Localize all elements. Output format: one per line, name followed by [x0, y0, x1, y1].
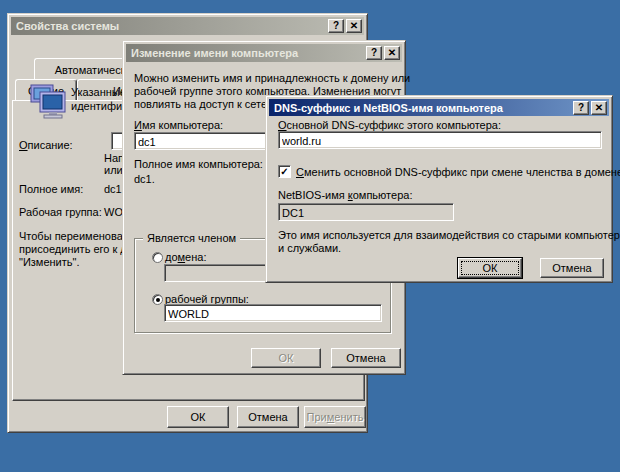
rename-hint-line3: "Изменить". [19, 256, 79, 269]
dns-suffix-window: DNS-суффикс и NetBIOS-имя компьютера ? ✕… [265, 95, 613, 283]
window-title: Свойства системы [16, 20, 326, 32]
apply-button-label: Применить [307, 411, 364, 423]
computer-name-label: Имя компьютера: [134, 119, 223, 132]
window-title: Изменение имени компьютера [131, 47, 364, 59]
ok-button[interactable]: ОК [167, 406, 229, 428]
full-computer-name-value: dc1. [134, 173, 155, 186]
netbios-name-label: NetBIOS-имя компьютера: [278, 189, 412, 202]
description-label: Описание: [19, 139, 73, 152]
rename-hint-line2: присоединить его к до [19, 243, 133, 256]
cancel-button-label: Отмена [346, 352, 385, 364]
dns-suffix-titlebar[interactable]: DNS-суффикс и NetBIOS-имя компьютера ? ✕ [269, 99, 609, 116]
ok-button-label: ОК [191, 411, 206, 423]
full-computer-name-label: Полное имя компьютера: [134, 158, 263, 171]
description-hint-line2: или [104, 164, 123, 177]
cancel-button-label: Отмена [552, 262, 591, 274]
cancel-button[interactable]: Отмена [540, 258, 604, 278]
rename-computer-titlebar[interactable]: Изменение имени компьютера ? ✕ [126, 44, 402, 62]
ok-button[interactable]: ОК [458, 258, 522, 278]
dialog-description-line1: Можно изменить имя и принадлежность к до… [134, 72, 410, 85]
help-icon[interactable]: ? [328, 19, 344, 33]
window-title: DNS-суффикс и NetBIOS-имя компьютера [274, 102, 571, 114]
apply-button[interactable]: Применить [304, 406, 366, 428]
help-icon[interactable]: ? [366, 46, 382, 60]
desktop: Свойства системы ? ✕ Автоматическое об О… [0, 0, 620, 472]
netbios-name-input[interactable] [278, 203, 454, 221]
rename-hint-line1: Чтобы переименовать [19, 230, 133, 243]
close-icon[interactable]: ✕ [384, 46, 400, 60]
change-dns-suffix-checkbox[interactable]: ✓ [278, 165, 291, 178]
workgroup-input[interactable] [164, 304, 382, 322]
checkmark-icon: ✓ [280, 166, 288, 177]
change-dns-suffix-label: Сменить основной DNS-суффикс при смене ч… [296, 166, 620, 179]
workgroup-label: Рабочая группа: [19, 206, 102, 219]
dialog-description-line3: повлиять на доступ к сетевы [134, 98, 281, 111]
help-icon[interactable]: ? [573, 101, 589, 115]
ok-button-label: ОК [279, 352, 294, 364]
domain-radio[interactable] [152, 252, 163, 263]
netbios-note-line2: и службами. [278, 242, 341, 255]
computer-icon [29, 84, 67, 120]
netbios-note-line1: Это имя используется для взаимодействия … [278, 229, 620, 242]
cancel-button[interactable]: Отмена [331, 348, 401, 368]
cancel-button-label: Отмена [248, 411, 287, 423]
dns-suffix-input[interactable] [278, 131, 602, 149]
system-properties-titlebar[interactable]: Свойства системы ? ✕ [11, 17, 364, 35]
ok-button[interactable]: ОК [251, 348, 321, 368]
cancel-button[interactable]: Отмена [237, 406, 299, 428]
workgroup-radio[interactable] [152, 294, 163, 305]
close-icon[interactable]: ✕ [591, 101, 607, 115]
member-of-legend: Является членом [143, 232, 240, 245]
close-icon[interactable]: ✕ [346, 19, 362, 33]
focus-rectangle [461, 261, 519, 275]
domain-radio-label: домена: [165, 251, 206, 264]
full-name-label: Полное имя: [19, 183, 83, 196]
